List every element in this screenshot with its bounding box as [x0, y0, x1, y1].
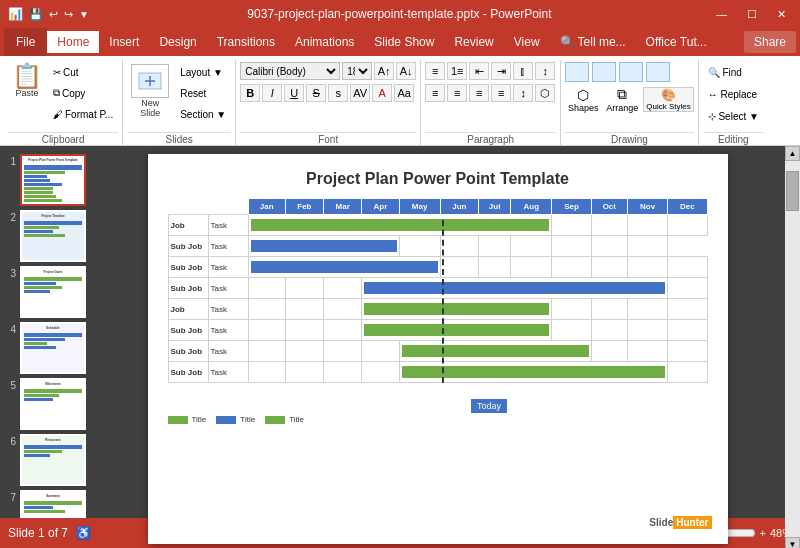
- menu-insert[interactable]: Insert: [99, 31, 149, 53]
- shapes-button[interactable]: ⬡ Shapes: [565, 87, 601, 113]
- slide-panel[interactable]: 1 Project Plan Power Point Template: [0, 146, 90, 518]
- shapes-gallery-item1[interactable]: [565, 62, 589, 82]
- menu-review[interactable]: Review: [444, 31, 503, 53]
- slide-thumb-1[interactable]: 1 Project Plan Power Point Template: [4, 154, 86, 206]
- bullets-btn[interactable]: ≡: [425, 62, 445, 80]
- layout-button[interactable]: Layout ▼: [175, 62, 231, 82]
- find-btn[interactable]: 🔍 Find: [703, 62, 747, 82]
- shapes-gallery-item2[interactable]: [592, 62, 616, 82]
- ribbon: 📋 Paste ✂ Cut ⧉ Copy 🖌 Format P... Clipb…: [0, 56, 800, 146]
- maximize-btn[interactable]: ☐: [741, 6, 763, 23]
- slide-image-6[interactable]: Resources: [20, 434, 86, 486]
- font-color-btn[interactable]: A: [372, 84, 392, 102]
- increase-font-btn[interactable]: A↑: [374, 62, 394, 80]
- editing-section: 🔍 Find ↔ Replace ⊹ Select ▼ Editing: [699, 60, 768, 145]
- numbering-btn[interactable]: 1≡: [447, 62, 467, 80]
- arrange-icon: ⧉: [617, 86, 627, 103]
- menu-slideshow[interactable]: Slide Show: [364, 31, 444, 53]
- columns-btn[interactable]: ⫿: [513, 62, 533, 80]
- section-button[interactable]: Section ▼: [175, 104, 231, 124]
- slide-thumb-4[interactable]: 4 Schedule: [4, 322, 86, 374]
- strikethrough-btn[interactable]: S: [306, 84, 326, 102]
- menu-tell-me[interactable]: 🔍 Tell me...: [550, 31, 636, 53]
- menu-design[interactable]: Design: [149, 31, 206, 53]
- replace-btn[interactable]: ↔ Replace: [703, 84, 762, 104]
- row8-task: Task: [208, 362, 248, 383]
- paragraph-section: ≡ 1≡ ⇤ ⇥ ⫿ ↕ ≡ ≡ ≡ ≡ ↕ ⬡ Paragraph: [421, 60, 561, 145]
- shapes-gallery-item3[interactable]: [619, 62, 643, 82]
- menu-transitions[interactable]: Transitions: [207, 31, 285, 53]
- scroll-thumb[interactable]: [786, 171, 799, 211]
- char-spacing-btn[interactable]: AV: [350, 84, 370, 102]
- arrange-button[interactable]: ⧉ Arrange: [604, 86, 640, 113]
- paragraph-label: Paragraph: [425, 132, 556, 145]
- customize-toolbar[interactable]: ▼: [79, 9, 89, 20]
- align-left-btn[interactable]: ≡: [425, 84, 445, 102]
- quick-access-save[interactable]: 💾: [29, 8, 43, 21]
- vertical-scrollbar[interactable]: ▲ ▼: [785, 146, 800, 548]
- slide-thumb-7[interactable]: 7 Summary: [4, 490, 86, 518]
- slide-image-5[interactable]: Milestones: [20, 378, 86, 430]
- menu-share[interactable]: Share: [744, 31, 796, 53]
- justify-btn[interactable]: ≡: [491, 84, 511, 102]
- smart-art-btn[interactable]: ⬡: [535, 84, 555, 102]
- font-size-select[interactable]: 18: [342, 62, 372, 80]
- menu-office-tut[interactable]: Office Tut...: [636, 31, 717, 53]
- slide-thumb-6[interactable]: 6 Resources: [4, 434, 86, 486]
- decrease-indent-btn[interactable]: ⇤: [469, 62, 489, 80]
- decrease-font-btn[interactable]: A↓: [396, 62, 416, 80]
- menu-file[interactable]: File: [4, 28, 47, 56]
- quick-styles-btn[interactable]: 🎨 Quick Styles: [643, 87, 693, 112]
- increase-indent-btn[interactable]: ⇥: [491, 62, 511, 80]
- align-center-btn[interactable]: ≡: [447, 84, 467, 102]
- reset-button[interactable]: Reset: [175, 83, 231, 103]
- slides-label: Slides: [127, 132, 231, 145]
- menu-animations[interactable]: Animations: [285, 31, 364, 53]
- slide-thumb-2[interactable]: 2 Project Timeline: [4, 210, 86, 262]
- bold-btn[interactable]: B: [240, 84, 260, 102]
- slide-image-1[interactable]: Project Plan Power Point Template: [20, 154, 86, 206]
- line-spacing-btn[interactable]: ↕: [513, 84, 533, 102]
- new-slide-button[interactable]: NewSlide: [127, 62, 173, 120]
- select-btn[interactable]: ⊹ Select ▼: [703, 106, 764, 126]
- slide-canvas[interactable]: Project Plan Power Point Template Jan Fe…: [148, 154, 728, 544]
- close-btn[interactable]: ✕: [771, 6, 792, 23]
- paste-button[interactable]: 📋 Paste: [8, 62, 46, 100]
- quick-access-undo[interactable]: ↩: [49, 8, 58, 21]
- text-dir-btn[interactable]: ↕: [535, 62, 555, 80]
- gantt-bar-row5: [364, 303, 549, 315]
- format-painter-button[interactable]: 🖌 Format P...: [48, 104, 118, 124]
- slide-image-7[interactable]: Summary: [20, 490, 86, 518]
- align-right-btn[interactable]: ≡: [469, 84, 489, 102]
- quick-access-redo[interactable]: ↪: [64, 8, 73, 21]
- scroll-up-btn[interactable]: ▲: [785, 146, 800, 161]
- cut-button[interactable]: ✂ Cut: [48, 62, 118, 82]
- italic-btn[interactable]: I: [262, 84, 282, 102]
- minimize-btn[interactable]: —: [710, 6, 733, 23]
- legend-item-1: Title: [168, 415, 207, 424]
- slide-thumb-3[interactable]: 3 Project Gantt: [4, 266, 86, 318]
- slide-image-3[interactable]: Project Gantt: [20, 266, 86, 318]
- slide-number-6: 6: [4, 436, 16, 447]
- month-dec: Dec: [668, 199, 707, 215]
- slide-image-4[interactable]: Schedule: [20, 322, 86, 374]
- menu-home[interactable]: Home: [47, 31, 99, 53]
- content-area: Project Plan Power Point Template Jan Fe…: [90, 146, 785, 548]
- copy-icon: ⧉: [53, 87, 60, 99]
- slides-small-buttons: Layout ▼ Reset Section ▼: [175, 62, 231, 124]
- gantt-row-3: Sub Job Task: [168, 257, 707, 278]
- copy-button[interactable]: ⧉ Copy: [48, 83, 118, 103]
- shadow-btn[interactable]: s: [328, 84, 348, 102]
- change-case-btn[interactable]: Aa: [394, 84, 414, 102]
- month-may: May: [399, 199, 440, 215]
- clipboard-label: Clipboard: [8, 132, 118, 145]
- font-family-select[interactable]: Calibri (Body): [240, 62, 340, 80]
- underline-btn[interactable]: U: [284, 84, 304, 102]
- slide-thumb-5[interactable]: 5 Milestones: [4, 378, 86, 430]
- shapes-gallery-item4[interactable]: [646, 62, 670, 82]
- shapes-icon: ⬡: [577, 87, 589, 103]
- row2-task: Task: [208, 236, 248, 257]
- menu-view[interactable]: View: [504, 31, 550, 53]
- slide-image-2[interactable]: Project Timeline: [20, 210, 86, 262]
- title-bar: 📊 💾 ↩ ↪ ▼ 9037-project-plan-powerpoint-t…: [0, 0, 800, 28]
